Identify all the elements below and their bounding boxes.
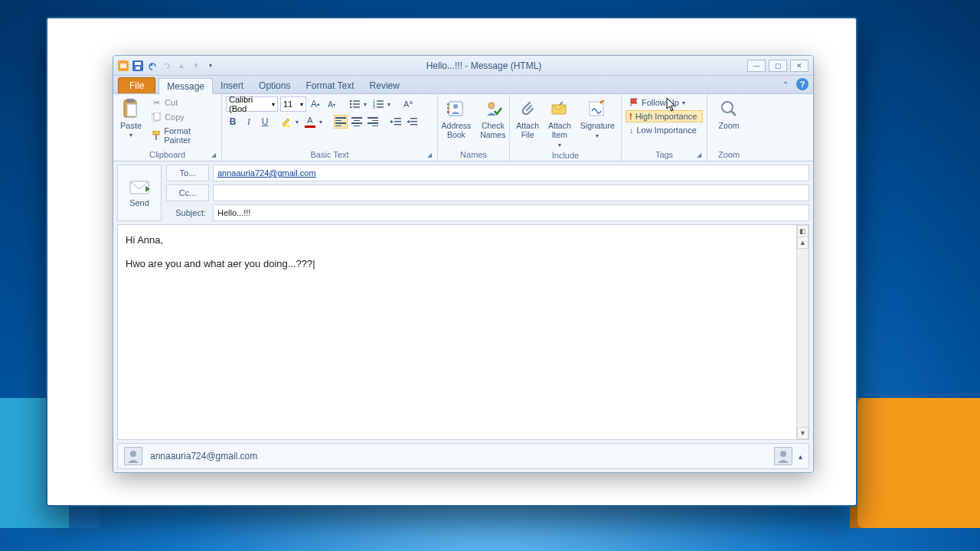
scroll-down-icon[interactable]: ▼	[797, 427, 808, 439]
attach-file-icon	[517, 98, 538, 119]
copy-button[interactable]: Copy	[149, 111, 217, 123]
italic-button[interactable]: I	[242, 115, 256, 129]
file-tab[interactable]: File	[118, 77, 155, 93]
message-body[interactable]: Hi Anna, Hwo are you and what aer you do…	[118, 225, 796, 439]
prev-item-icon[interactable]: ▲	[176, 60, 187, 71]
sender-avatar[interactable]	[124, 447, 142, 465]
shrink-font-button[interactable]: A▾	[325, 97, 338, 111]
scroll-up-icon[interactable]: ▲	[797, 236, 808, 249]
address-book-button[interactable]: Address Book	[439, 96, 474, 141]
increase-indent-button[interactable]	[405, 115, 419, 129]
attach-file-button[interactable]: Attach File	[514, 96, 541, 141]
collapse-ribbon-icon[interactable]: ⌃	[779, 78, 792, 90]
scroll-track[interactable]	[797, 249, 808, 427]
cut-icon: ✂	[151, 97, 162, 108]
svg-point-44	[130, 451, 136, 457]
people-pane-collapse-icon[interactable]: ▴	[799, 452, 802, 461]
high-importance-button[interactable]: ! High Importance	[626, 110, 703, 122]
tab-message[interactable]: Message	[158, 78, 213, 94]
redo-icon[interactable]	[162, 60, 172, 71]
svg-text:3: 3	[373, 105, 375, 109]
highlight-dropdown-icon[interactable]: ▾	[293, 115, 301, 129]
bullets-button[interactable]	[348, 97, 361, 111]
tab-format-text[interactable]: Format Text	[298, 77, 361, 93]
to-field[interactable]: annaauria724@gmail.com	[213, 165, 809, 181]
format-painter-button[interactable]: Format Painter	[149, 126, 217, 145]
cut-button[interactable]: ✂ Cut	[149, 96, 217, 109]
ruler-toggle-icon[interactable]: ◧	[797, 225, 808, 237]
clear-formatting-button[interactable]: Aa	[402, 97, 416, 111]
follow-up-button[interactable]: Follow Up ▾	[626, 96, 703, 109]
svg-point-38	[488, 103, 495, 109]
to-button[interactable]: To...	[166, 165, 209, 181]
tab-options[interactable]: Options	[251, 77, 298, 93]
underline-button[interactable]: U	[258, 115, 272, 129]
highlight-button[interactable]	[279, 115, 293, 129]
maximize-button[interactable]: ▢	[769, 60, 787, 72]
basic-text-dialog-launcher-icon[interactable]: ◢	[426, 152, 433, 159]
save-icon[interactable]	[132, 60, 143, 71]
svg-line-42	[731, 111, 736, 116]
font-selector[interactable]: Calibri (Bod▾	[226, 96, 278, 112]
next-item-icon[interactable]: ▼	[191, 60, 201, 71]
group-label-zoom: Zoom	[711, 149, 746, 161]
cc-button[interactable]: Cc...	[166, 184, 209, 201]
svg-rect-3	[135, 62, 141, 65]
paste-button[interactable]: Paste ▾	[117, 96, 145, 140]
signature-button[interactable]: Signature▾	[578, 96, 617, 141]
svg-rect-32	[410, 124, 417, 125]
group-names: Address Book Check Names Names	[438, 94, 510, 161]
close-button[interactable]: ✕	[790, 60, 808, 72]
low-importance-button[interactable]: ↓ Low Importance	[626, 124, 703, 136]
svg-point-45	[780, 451, 786, 457]
body-scrollbar[interactable]: ◧ ▲ ▼	[796, 225, 808, 439]
zoom-button[interactable]: Zoom	[716, 96, 742, 132]
cc-field[interactable]	[213, 184, 809, 201]
align-center-button[interactable]	[350, 115, 364, 129]
qat-customize-icon[interactable]: ▾	[205, 60, 216, 71]
svg-rect-35	[447, 103, 449, 106]
svg-rect-10	[153, 131, 159, 135]
svg-point-34	[453, 104, 458, 109]
desktop-wallpaper: ▲ ▼ ▾ Hello...!!! - Message (HTML) — ▢ ✕…	[0, 0, 980, 551]
quick-access-toolbar: ▲ ▼ ▾	[113, 60, 220, 71]
follow-up-dropdown-icon[interactable]: ▾	[682, 99, 685, 106]
check-names-button[interactable]: Check Names	[478, 96, 508, 141]
minimize-button[interactable]: —	[747, 60, 766, 72]
paste-dropdown-icon[interactable]: ▾	[129, 132, 132, 139]
svg-rect-7	[127, 104, 136, 116]
send-icon	[129, 178, 150, 195]
tab-review[interactable]: Review	[362, 77, 407, 93]
subject-label: Subject:	[166, 208, 209, 217]
titlebar: ▲ ▼ ▾ Hello...!!! - Message (HTML) — ▢ ✕	[113, 56, 813, 76]
svg-rect-21	[377, 103, 384, 104]
signature-icon	[586, 98, 608, 119]
compose-area: Send To... annaauria724@gmail.com Cc...	[113, 161, 813, 472]
font-color-dropdown-icon[interactable]: ▾	[317, 115, 325, 129]
bullets-dropdown-icon[interactable]: ▾	[361, 97, 369, 111]
clipboard-dialog-launcher-icon[interactable]: ◢	[210, 152, 217, 159]
numbering-dropdown-icon[interactable]: ▾	[385, 97, 393, 111]
bold-button[interactable]: B	[226, 115, 240, 129]
grow-font-button[interactable]: A▴	[309, 97, 322, 111]
font-color-button[interactable]: A	[303, 115, 317, 129]
help-icon[interactable]: ?	[796, 78, 808, 90]
numbering-button[interactable]: 123	[371, 97, 385, 111]
font-size-selector[interactable]: 11▾	[280, 96, 306, 112]
undo-icon[interactable]	[147, 60, 158, 71]
svg-rect-15	[353, 103, 360, 104]
tags-dialog-launcher-icon[interactable]: ◢	[695, 152, 703, 159]
send-button[interactable]: Send	[117, 165, 162, 221]
subject-field[interactable]: Hello...!!!	[213, 204, 809, 221]
tab-insert[interactable]: Insert	[213, 77, 251, 93]
decrease-indent-button[interactable]	[389, 115, 403, 129]
recipient-avatar[interactable]	[774, 447, 792, 465]
group-zoom: Zoom Zoom	[707, 94, 750, 161]
align-left-button[interactable]	[334, 115, 348, 129]
attach-item-button[interactable]: Attach Item▾	[546, 96, 573, 150]
group-tags: Follow Up ▾ ! High Importance ↓ Low Impo…	[622, 94, 707, 161]
flag-icon	[629, 98, 639, 107]
message-body-wrap: Hi Anna, Hwo are you and what aer you do…	[117, 224, 809, 440]
group-label-include: Include	[514, 150, 617, 161]
align-right-button[interactable]	[366, 115, 380, 129]
